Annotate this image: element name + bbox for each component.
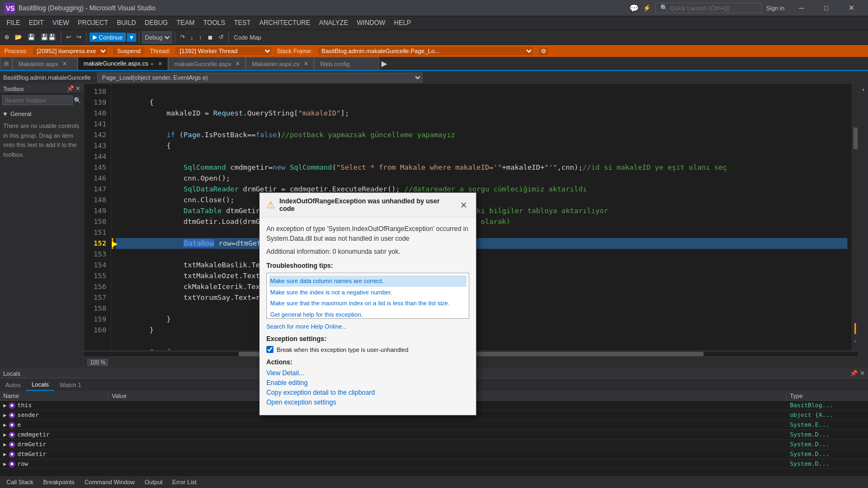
local-cell-type-dtmGetir: System.D... xyxy=(787,450,868,459)
toolbox-search-icon: 🔍 xyxy=(74,97,81,104)
menu-team[interactable]: TEAM xyxy=(172,16,199,30)
stop-debug[interactable]: ⏹ xyxy=(205,31,215,44)
menu-analyze[interactable]: ANALYZE xyxy=(315,16,353,30)
menu-help[interactable]: HELP xyxy=(390,16,415,30)
scroll-bar-right[interactable] xyxy=(852,84,858,350)
tip-link-1[interactable]: Make sure data column names are correct. xyxy=(269,275,467,287)
step-into[interactable]: ↓ xyxy=(188,31,196,44)
tab-label-makale-guncelle-cs: makaleGuncelle.aspx.cs xyxy=(84,60,148,67)
action-open-settings[interactable]: Open exception settings xyxy=(266,399,469,406)
local-row-e[interactable]: ▶● e System.E... xyxy=(0,420,868,430)
tab-scroll-right[interactable]: ▶ xyxy=(379,59,390,68)
code-map-button[interactable]: Code Map xyxy=(232,31,264,44)
tip-link-4[interactable]: Get general help for this exception. xyxy=(269,309,467,319)
tab-label-makaleler: Makaleler.aspx xyxy=(18,61,58,67)
quick-launch-input[interactable] xyxy=(670,5,757,11)
tab-toolbox-toggle[interactable]: ⊞ xyxy=(0,57,12,70)
thread-select[interactable]: [1392] Worker Thread xyxy=(175,46,272,56)
close-tab-makaleler[interactable]: ✕ xyxy=(62,61,67,67)
local-row-drmGetir[interactable]: ▶● drmGetir System.D... xyxy=(0,440,868,450)
action-view-detail[interactable]: View Detail... xyxy=(266,369,469,377)
menu-edit[interactable]: EDIT xyxy=(24,16,48,30)
menu-build[interactable]: BUILD xyxy=(112,16,140,30)
minimize-button[interactable]: ─ xyxy=(789,0,814,16)
menu-file[interactable]: FILE xyxy=(2,16,24,30)
exception-checkbox[interactable] xyxy=(266,346,273,353)
maximize-button[interactable]: □ xyxy=(814,0,839,16)
local-row-cmdmgetir[interactable]: ▶● cmdmgetir System.D... xyxy=(0,430,868,440)
tip-link-2[interactable]: Make sure the index is not a negative nu… xyxy=(269,287,467,298)
exception-dialog: ⚠ IndexOutOfRangeException was unhandled… xyxy=(259,192,476,415)
menu-debug[interactable]: DEBUG xyxy=(141,16,173,30)
local-cell-name-cmdmgetir: ▶● cmdmgetir xyxy=(0,430,108,439)
code-content[interactable]: { makaleID = Request.QueryString["makale… xyxy=(111,84,852,350)
toolbox-pin-button[interactable]: 📌 xyxy=(67,85,74,92)
close-tab-makaleler-cs[interactable]: ✕ xyxy=(304,61,308,67)
action-enable-editing[interactable]: Enable editing xyxy=(266,379,469,387)
feedback-icon[interactable]: 💬 xyxy=(629,4,639,12)
save-button[interactable]: 💾 xyxy=(25,31,37,44)
checkbox-label[interactable]: Break when this exception type is user-u… xyxy=(277,346,409,353)
menu-project[interactable]: PROJECT xyxy=(73,16,112,30)
close-tab-makale-guncelle-aspx[interactable]: ✕ xyxy=(235,61,240,67)
address-breadcrumb[interactable]: BasitBlog.admin.makaleGuncelle xyxy=(3,74,91,81)
debug-select[interactable]: Debug xyxy=(142,31,172,43)
toolbox-search-input[interactable] xyxy=(2,95,73,105)
save-all-button[interactable]: 💾💾 xyxy=(39,31,58,44)
function-select[interactable]: Page_Load(object sender, EventArgs e) xyxy=(97,73,423,82)
footer-output[interactable]: Output xyxy=(141,478,167,486)
menu-window[interactable]: WINDOW xyxy=(353,16,390,30)
right-sidebar-btn1[interactable]: + xyxy=(861,86,866,94)
thread-label: Thread: xyxy=(150,48,170,54)
menu-bar: FILE EDIT VIEW PROJECT BUILD DEBUG TEAM … xyxy=(0,16,868,30)
process-label: Process: xyxy=(4,48,28,54)
step-out[interactable]: ↑ xyxy=(196,31,204,44)
bottom-tab-watch1[interactable]: Watch 1 xyxy=(54,379,87,391)
toolbox-close-button[interactable]: ✕ xyxy=(75,85,80,92)
bottom-tab-locals[interactable]: Locals xyxy=(26,379,54,391)
menu-view[interactable]: VIEW xyxy=(48,16,74,30)
address-separator: › xyxy=(93,74,95,81)
filter-icon[interactable]: ⚡ xyxy=(643,4,651,12)
tip-link-3[interactable]: Make sure that the maximum index on a li… xyxy=(269,298,467,309)
process-select[interactable]: [20952] iisexpress.exe xyxy=(32,46,108,56)
local-row-row[interactable]: ▶● row System.D... xyxy=(0,459,868,469)
redo-button[interactable]: ↪ xyxy=(74,31,84,44)
dialog-close-button[interactable]: ✕ xyxy=(458,200,469,210)
new-button[interactable]: ⊕ xyxy=(2,31,11,44)
locals-pin-btn[interactable]: 📌 xyxy=(850,370,858,377)
undo-button[interactable]: ↩ xyxy=(64,31,73,44)
footer-error-list[interactable]: Error List xyxy=(168,478,201,486)
search-more-link[interactable]: Search for more Help Online... xyxy=(266,323,469,330)
tab-web-config[interactable]: Web.config xyxy=(314,57,379,70)
toolbox-general-section[interactable]: ▼ General xyxy=(2,110,81,118)
local-row-dtmGetir[interactable]: ▶● dtmGetir System.D... xyxy=(0,450,868,459)
footer-breakpoints[interactable]: Breakpoints xyxy=(39,478,79,486)
tips-box[interactable]: Make sure data column names are correct.… xyxy=(266,273,469,319)
debug-dropdown[interactable]: ▼ xyxy=(127,33,136,42)
tab-makaleler[interactable]: Makaleler.aspx ✕ xyxy=(12,57,78,70)
footer-call-stack[interactable]: Call Stack xyxy=(2,478,38,486)
stack-frame-select[interactable]: BasitBlog.admin.makaleGuncelle.Page_Lo..… xyxy=(317,46,534,56)
suspend-button[interactable]: Suspend xyxy=(112,47,145,55)
exception-settings-label: Exception settings: xyxy=(266,335,469,343)
tab-makaleler-cs[interactable]: Makaleler.aspx.cs ✕ xyxy=(246,57,314,70)
step-over[interactable]: ↷ xyxy=(178,31,187,44)
close-button[interactable]: ✕ xyxy=(839,0,864,16)
zoom-level[interactable]: 100 % xyxy=(87,359,108,366)
footer-command-window[interactable]: Command Window xyxy=(80,478,139,486)
open-button[interactable]: 📂 xyxy=(12,31,24,44)
action-copy-exception[interactable]: Copy exception detail to the clipboard xyxy=(266,389,469,396)
menu-test[interactable]: TEST xyxy=(229,16,255,30)
bottom-tab-autos[interactable]: Autos xyxy=(0,379,26,391)
continue-button[interactable]: ▶ Continue xyxy=(90,33,126,42)
locals-close-btn[interactable]: ✕ xyxy=(860,370,865,377)
sign-in-link[interactable]: Sign in xyxy=(766,5,784,11)
restart-debug[interactable]: ↺ xyxy=(216,31,226,44)
tab-makale-guncelle-cs[interactable]: makaleGuncelle.aspx.cs ● ✕ xyxy=(78,57,168,70)
close-tab-makale-guncelle-cs[interactable]: ✕ xyxy=(158,61,162,67)
stack-filter-button[interactable]: ⚙ xyxy=(538,47,549,56)
menu-tools[interactable]: TOOLS xyxy=(199,16,229,30)
menu-architecture[interactable]: ARCHITECTURE xyxy=(255,16,315,30)
tab-makale-guncelle-aspx[interactable]: makaleGuncelle.aspx ✕ xyxy=(168,57,246,70)
